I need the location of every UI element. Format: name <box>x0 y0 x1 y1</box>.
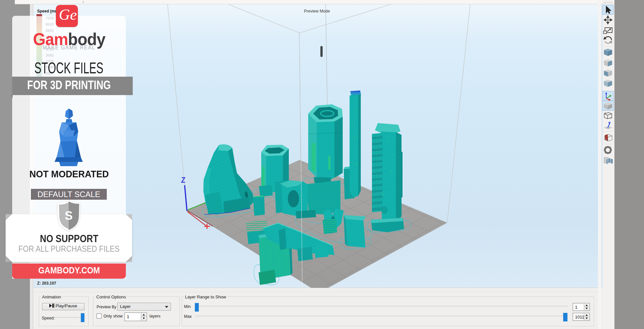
svg-text:S: S <box>65 209 73 222</box>
